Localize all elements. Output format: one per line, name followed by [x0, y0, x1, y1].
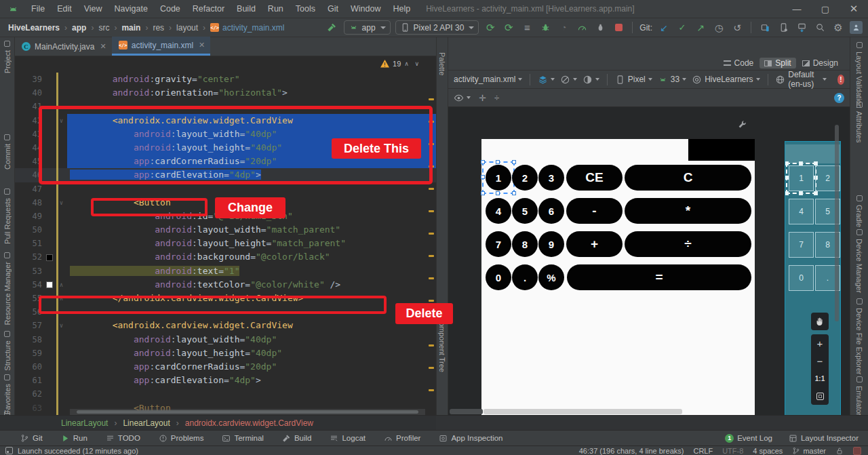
- toolwindow-problems[interactable]: Problems: [159, 434, 204, 443]
- calc-button-1[interactable]: 1: [486, 165, 511, 191]
- pan-mode-icon[interactable]: ✛: [479, 93, 486, 103]
- code-line-46[interactable]: 46 app:cardElevation="4dp">: [15, 168, 436, 182]
- menu-item-view[interactable]: View: [78, 4, 108, 14]
- code-line-56[interactable]: 56: [15, 305, 436, 319]
- git-update-icon[interactable]: ↙: [657, 21, 671, 35]
- menu-item-file[interactable]: File: [25, 4, 51, 14]
- line-ending[interactable]: CRLF: [693, 447, 713, 455]
- avd-manager-icon[interactable]: [758, 21, 772, 35]
- calc-button-0[interactable]: 0: [486, 264, 511, 290]
- code-line-53[interactable]: 53 android:text="1": [15, 264, 436, 278]
- blueprint-off-icon[interactable]: [560, 75, 577, 85]
- maximize-icon[interactable]: ▢: [811, 4, 840, 14]
- component-tree-tab[interactable]: Component Tree: [438, 317, 446, 372]
- calc-button-CE[interactable]: CE: [566, 165, 623, 191]
- theme-select[interactable]: HiveLearners: [692, 75, 760, 85]
- inspection-widget[interactable]: 19 ∧ ∨: [380, 60, 421, 68]
- code-line-49[interactable]: 49 android:id="@+id/num1_btn": [15, 210, 436, 223]
- code-line-62[interactable]: 62: [15, 387, 436, 401]
- close-tab-icon[interactable]: ✕: [100, 42, 106, 51]
- device-select[interactable]: Pixel 2 API 30: [395, 20, 479, 35]
- code-line-40[interactable]: 40 android:orientation="horizontal">: [15, 86, 436, 100]
- code-line-54[interactable]: 54∧ android:textColor="@color/white" />: [15, 278, 436, 292]
- close-tab-icon[interactable]: ✕: [199, 41, 205, 50]
- locale-select[interactable]: Default (en-us): [775, 70, 826, 89]
- zoom-actual-button[interactable]: 1:1: [811, 370, 829, 387]
- code-line-45[interactable]: 45 app:cardCornerRadius="20dp": [15, 155, 436, 168]
- selection-handle[interactable]: [785, 191, 789, 195]
- toolwindow-event-log[interactable]: 1Event Log: [725, 434, 772, 443]
- code-line-39[interactable]: 39 android:gravity="center": [15, 73, 436, 86]
- minimize-icon[interactable]: —: [783, 4, 811, 14]
- code-line-41[interactable]: 41: [15, 100, 436, 113]
- tool-strip-project[interactable]: Project: [0, 41, 14, 73]
- view-options-icon[interactable]: [454, 93, 471, 103]
- selection-handle[interactable]: [512, 160, 516, 164]
- menu-item-navigate[interactable]: Navigate: [108, 4, 154, 14]
- calc-button-9[interactable]: 9: [538, 231, 564, 257]
- selection-handle[interactable]: [481, 175, 485, 179]
- tab-activity-main[interactable]: </> activity_main.xml✕: [112, 37, 211, 56]
- tool-strip-attributes[interactable]: Attributes: [850, 102, 868, 142]
- device-manager-icon[interactable]: [776, 21, 790, 35]
- blueprint-cell-7[interactable]: 7: [789, 232, 814, 258]
- tool-strip-gradle[interactable]: Gradle: [850, 195, 868, 227]
- breadcrumb-item-res[interactable]: res: [140, 23, 164, 33]
- selection-handle[interactable]: [785, 161, 789, 165]
- history-icon[interactable]: ◷: [712, 21, 726, 35]
- stop-icon[interactable]: [612, 21, 625, 35]
- selection-handle[interactable]: [799, 161, 803, 165]
- tool-strip-device-manager[interactable]: Device Manager: [850, 229, 868, 293]
- attach-profiler-icon[interactable]: ◔: [557, 21, 570, 35]
- stop-restart-icon[interactable]: [593, 21, 607, 35]
- display-area[interactable]: [688, 139, 755, 161]
- zoom-fit-button[interactable]: [811, 387, 829, 405]
- tool-strip-device-file-explorer[interactable]: Device File Explorer: [850, 298, 868, 374]
- search-everywhere-icon[interactable]: [813, 21, 827, 35]
- zoom-out-button[interactable]: −: [811, 352, 829, 370]
- tool-strip-structure[interactable]: Structure: [0, 331, 14, 371]
- pan-hand-button[interactable]: [811, 313, 829, 330]
- xml-breadcrumb-1[interactable]: LinearLayout: [108, 418, 170, 428]
- xml-breadcrumb-0[interactable]: LinearLayout: [61, 418, 108, 428]
- calc-button-*[interactable]: *: [625, 198, 751, 224]
- calc-button-C[interactable]: C: [625, 165, 751, 191]
- selection-handle[interactable]: [785, 176, 789, 180]
- menu-item-edit[interactable]: Edit: [51, 4, 78, 14]
- calc-button-3[interactable]: 3: [538, 165, 564, 191]
- profile-icon[interactable]: [575, 21, 589, 35]
- code-editor[interactable]: 39 android:gravity="center"40 android:or…: [15, 56, 436, 415]
- help-badge[interactable]: ?: [834, 93, 844, 103]
- tool-strip-favorites[interactable]: Favorites: [0, 374, 14, 414]
- design-surface[interactable]: 123CEC456-*789+÷0.%= 1245780. + − 1:1: [448, 107, 850, 415]
- menu-item-tools[interactable]: Tools: [290, 4, 321, 14]
- breadcrumb-item-layout[interactable]: layout: [164, 23, 198, 33]
- layout-file-select[interactable]: activity_main.xml: [454, 75, 522, 84]
- settings-gear-icon[interactable]: ⚙: [831, 21, 845, 35]
- code-line-59[interactable]: 59 android:layout_height="40dp": [15, 347, 436, 360]
- design-horizontal-scrollbar[interactable]: [450, 409, 682, 414]
- menu-item-code[interactable]: Code: [154, 4, 186, 14]
- calc-button-2[interactable]: 2: [512, 165, 538, 191]
- code-line-58[interactable]: 58 android:layout_width="40dp": [15, 333, 436, 347]
- design-surface-icon[interactable]: [538, 75, 555, 85]
- error-stripe[interactable]: [427, 56, 436, 415]
- toolwindow-profiler[interactable]: Profiler: [384, 434, 420, 443]
- selection-handle[interactable]: [481, 191, 485, 195]
- selection-handle[interactable]: [814, 191, 818, 195]
- tool-strip-emulator[interactable]: Emulator: [850, 376, 868, 416]
- selection-handle[interactable]: [481, 160, 485, 164]
- code-line-52[interactable]: 52 android:background="@color/black": [15, 250, 436, 264]
- toolwindow-terminal[interactable]: Terminal: [222, 434, 263, 443]
- calc-button-8[interactable]: 8: [512, 231, 538, 257]
- calc-button-6[interactable]: 6: [538, 198, 564, 224]
- indent-setting[interactable]: 4 spaces: [753, 447, 783, 455]
- calc-button-+[interactable]: +: [566, 231, 623, 257]
- selection-handle[interactable]: [799, 191, 803, 195]
- toolwindow-app-inspection[interactable]: App Inspection: [439, 434, 502, 443]
- selection-handle[interactable]: [496, 191, 500, 195]
- debug-icon[interactable]: [538, 21, 552, 35]
- xml-breadcrumb-2[interactable]: androidx.cardview.widget.CardView: [170, 418, 313, 428]
- selection-handle[interactable]: [496, 160, 500, 164]
- toolwindow-todo[interactable]: TODO: [106, 434, 140, 443]
